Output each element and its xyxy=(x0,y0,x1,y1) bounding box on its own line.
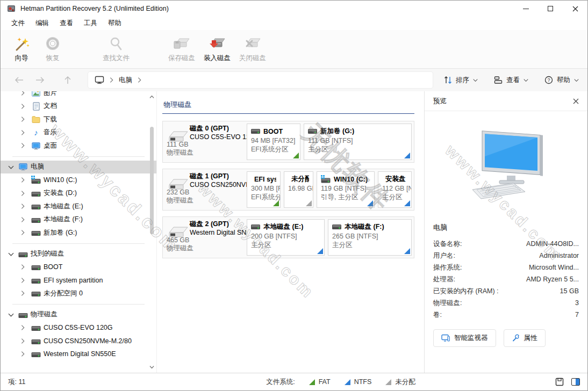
close-button[interactable] xyxy=(563,1,587,17)
smart-monitor-button[interactable]: 智能监视器 xyxy=(433,329,496,347)
partition-name: 本地磁盘 (F:) xyxy=(345,222,384,231)
drive-icon xyxy=(31,350,41,358)
help-icon: ? xyxy=(544,76,553,84)
disk-card-2[interactable]: 磁盘 2 (GPT) Western Digital SN550E 465 GB… xyxy=(162,216,414,258)
menu-edit[interactable]: 编辑 xyxy=(30,17,54,30)
drive-icon xyxy=(31,323,41,332)
wizard-button[interactable]: 向导 xyxy=(6,34,37,65)
menu-help[interactable]: 帮助 xyxy=(103,17,127,30)
detail-value: ADMIN-44O8ID... xyxy=(526,240,579,248)
scroll-down-icon[interactable] xyxy=(149,365,154,370)
find-files-label: 查找文件 xyxy=(103,54,130,63)
sidebar-scrollbar[interactable] xyxy=(148,92,155,372)
menu-tools[interactable]: 工具 xyxy=(78,17,103,30)
sidebar-item-label: 文档 xyxy=(44,102,57,111)
preview-close-icon[interactable] xyxy=(573,98,579,104)
partition-type: 主分区 xyxy=(308,145,407,154)
sidebar-item-label: 图片 xyxy=(44,91,57,98)
drive-icon xyxy=(18,310,28,319)
sidebar-item-documents[interactable]: 文档 xyxy=(1,100,156,113)
sidebar-item-music[interactable]: ♪ 音乐 xyxy=(1,126,156,140)
sidebar-separator xyxy=(12,304,145,305)
chevron-down-icon xyxy=(8,313,14,317)
disk-card-0[interactable]: 磁盘 0 (GPT) CUSO C5S-EVO 120G 111 GB 物理磁盘… xyxy=(162,121,414,163)
detail-label: 处理器: xyxy=(433,275,455,284)
sidebar-item-drive-f[interactable]: 本地磁盘 (F:) xyxy=(1,213,156,227)
partition-e[interactable]: 本地磁盘 (E:) 200 GB [NTFS] 主分区 xyxy=(247,219,325,256)
sidebar-item-boot[interactable]: BOOT xyxy=(1,260,156,274)
back-button[interactable] xyxy=(9,76,30,84)
partition-type: 主分区 xyxy=(382,193,407,202)
close-disk-icon xyxy=(243,36,262,52)
sidebar-item-pictures[interactable]: 图片 xyxy=(1,91,156,100)
sort-dropdown[interactable]: 排序 xyxy=(444,76,478,85)
partition-boot[interactable]: BOOT 94 MB [FAT32] EFI系统分区 xyxy=(247,124,300,160)
detail-label: 设备名称: xyxy=(433,240,462,249)
chevron-down-icon xyxy=(8,165,14,169)
sidebar-item-drive-e[interactable]: 本地磁盘 (E:) xyxy=(1,200,156,213)
view-dropdown[interactable]: 查看 xyxy=(494,76,528,85)
folder-icon xyxy=(32,115,40,123)
wizard-wand-icon xyxy=(13,36,30,52)
breadcrumb[interactable]: 电脑 xyxy=(88,71,433,89)
sort-label: 排序 xyxy=(456,76,469,85)
sidebar-item-desktop[interactable]: 桌面 xyxy=(1,139,156,153)
save-disk-button[interactable]: 保存磁盘 xyxy=(164,34,199,65)
sidebar-item-win10-c[interactable]: WIN10 (C:) xyxy=(1,173,156,187)
save-layout-icon[interactable] xyxy=(555,378,564,386)
sidebar-item-disk-cuso-evo[interactable]: CUSO C5S-EVO 120G xyxy=(1,321,156,335)
partition-unallocated[interactable]: 未分配空间 0 16.98 GB xyxy=(284,171,313,208)
properties-button[interactable]: 属性 xyxy=(504,329,546,347)
sidebar-item-disk-cuso-nvme[interactable]: CUSO CSN250NVMe-M.2/80 xyxy=(1,335,156,348)
filesystem-label: 文件系统: xyxy=(266,378,295,387)
computer-illustration xyxy=(433,129,579,199)
sidebar-item-efi-partition[interactable]: EFI system partition xyxy=(1,274,156,287)
mount-disk-button[interactable]: 装入磁盘 xyxy=(199,34,235,65)
partition-g[interactable]: 新加卷 (G:) 111 GB [NTFS] 主分区 xyxy=(304,124,412,160)
menu-file[interactable]: 文件 xyxy=(6,17,30,30)
partition-c[interactable]: WIN10 (C:) 119 GB [NTFS] 引导, 主分区 xyxy=(317,171,375,208)
sidebar-item-found-disks[interactable]: 找到的磁盘 xyxy=(1,248,156,261)
disk-title: 磁盘 0 (GPT) xyxy=(190,124,247,133)
partition-efi[interactable]: EFI system partition 300 MB [FAT32] EFI系… xyxy=(247,171,281,208)
back-arrow-icon xyxy=(15,76,24,84)
minimize-button[interactable] xyxy=(513,1,538,17)
partition-type: EFI系统分区 xyxy=(251,145,296,154)
toolbar: 向导 恢复 查找文件 保存磁盘 xyxy=(1,30,587,69)
drive-icon xyxy=(31,228,41,237)
mount-disk-label: 装入磁盘 xyxy=(204,54,231,63)
partition-name: 新加卷 (G:) xyxy=(320,127,354,136)
sidebar-item-disk-wd[interactable]: Western Digital SN550E xyxy=(1,347,156,361)
recover-button[interactable]: 恢复 xyxy=(37,34,68,65)
disk-kind: 物理磁盘 xyxy=(165,196,247,205)
save-disk-label: 保存磁盘 xyxy=(168,54,195,63)
sidebar-item-physical-disks[interactable]: 物理磁盘 xyxy=(1,308,156,322)
forward-button[interactable] xyxy=(30,76,50,84)
menu-view[interactable]: 查看 xyxy=(54,17,78,30)
maximize-button[interactable] xyxy=(538,1,563,17)
preview-panel: 预览 xyxy=(424,91,587,373)
scrollbar-thumb[interactable] xyxy=(150,127,154,234)
partition-f[interactable]: 本地磁盘 (F:) 265 GB [NTFS] 主分区 xyxy=(328,219,412,256)
chevron-right-icon xyxy=(21,324,25,331)
sidebar-item-drive-d[interactable]: 安装盘 (D:) xyxy=(1,187,156,200)
scroll-up-icon[interactable] xyxy=(149,95,154,99)
detail-label: 已安装的内存 (RAM) : xyxy=(433,287,499,296)
close-disk-button[interactable]: 关闭磁盘 xyxy=(235,34,270,65)
disk-card-1[interactable]: 磁盘 1 (GPT) CUSO CSN250NVMe-M.2/80 232 GB… xyxy=(162,169,414,211)
up-button[interactable] xyxy=(58,76,78,84)
sidebar-item-label: BOOT xyxy=(44,263,62,271)
partition-d[interactable]: 安装盘 (D:) 112 GB [NTFS] 主分区 xyxy=(378,171,412,208)
find-files-button[interactable]: 查找文件 xyxy=(98,34,134,65)
sidebar-item-unallocated[interactable]: 未分配空间 0 xyxy=(1,287,156,300)
sidebar-item-downloads[interactable]: 下载 xyxy=(1,113,156,126)
help-dropdown[interactable]: ? 帮助 xyxy=(544,76,579,85)
sidebar-item-label: 找到的磁盘 xyxy=(31,249,64,258)
chevron-right-icon xyxy=(21,91,25,96)
properties-label: 属性 xyxy=(524,334,537,343)
drive-icon xyxy=(31,202,41,211)
toggle-preview-panel-icon[interactable] xyxy=(571,378,580,386)
sidebar-item-computer[interactable]: 电脑 xyxy=(1,161,156,174)
sidebar-item-drive-g[interactable]: 新加卷 (G:) xyxy=(1,226,156,240)
breadcrumb-computer[interactable]: 电脑 xyxy=(119,76,132,85)
